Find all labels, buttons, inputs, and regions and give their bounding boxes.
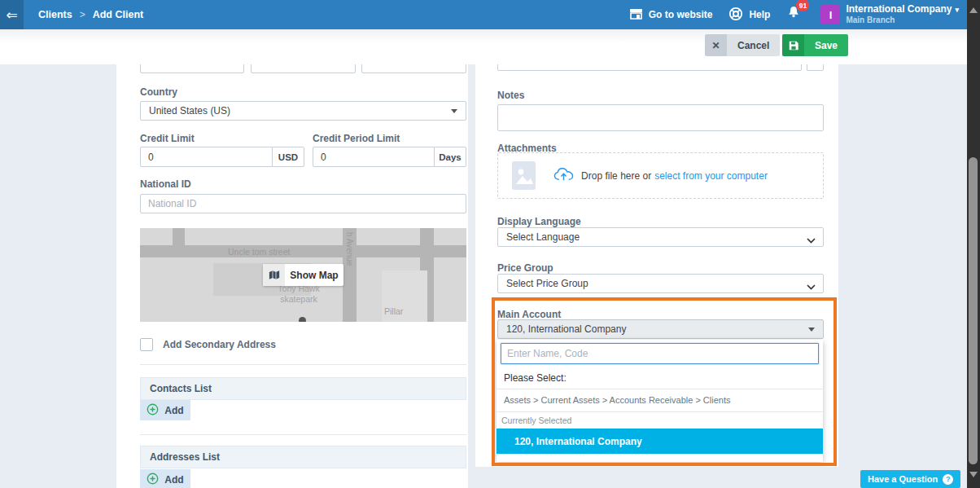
form-left-column: Country United States (US) Credit Limit … [116, 64, 468, 488]
add-client-page: ⇐ Clients > Add Client Go to website Hel… [0, 0, 980, 488]
save-button[interactable]: Save [782, 34, 848, 56]
display-language-select[interactable]: Select Language [497, 227, 824, 247]
dropdown-arrow-icon [808, 328, 815, 332]
map-street-label: Uncle tom street [228, 247, 290, 257]
map-avenue-label: h Avenue [345, 232, 354, 266]
partial-select-addon[interactable] [807, 64, 824, 71]
notes-textarea[interactable] [497, 104, 824, 131]
credit-limit-label: Credit Limit [140, 133, 195, 144]
breadcrumb-add-client: Add Client [93, 9, 144, 20]
show-map-label: Show Map [285, 264, 343, 286]
partial-input-3[interactable] [361, 64, 466, 73]
company-name: International Company▾ [846, 3, 959, 15]
country-label: Country [140, 86, 177, 98]
map-pillar-label: Pillar [384, 306, 403, 316]
option-selected-account[interactable]: 120, International Company [497, 429, 823, 454]
contacts-add-button[interactable]: Add [140, 400, 190, 420]
chevron-down-icon [807, 281, 816, 292]
divider [140, 434, 466, 435]
credit-limit-input[interactable] [140, 147, 273, 167]
breadcrumb-clients[interactable]: Clients [38, 9, 72, 20]
plus-circle-icon [147, 403, 159, 418]
scrollbar-track[interactable] [967, 0, 980, 488]
have-a-question-button[interactable]: Have a Question ? [860, 470, 960, 488]
go-to-website-label: Go to website [649, 9, 713, 20]
company-switcher: International Company▾ Main Branch [846, 3, 959, 26]
price-group-value: Select Price Group [506, 278, 588, 289]
option-please-select[interactable]: Please Select: [497, 367, 823, 389]
price-group-label: Price Group [497, 262, 553, 274]
partial-input-1[interactable] [140, 64, 244, 73]
go-to-website-button[interactable]: Go to website [629, 8, 713, 22]
main-account-value: 120, International Company [506, 323, 626, 335]
avatar: I [820, 5, 840, 24]
cancel-button[interactable]: ✕ Cancel [705, 34, 780, 56]
country-select[interactable]: United States (US) [140, 101, 466, 121]
partial-input-2[interactable] [251, 64, 356, 73]
plus-circle-icon [147, 473, 159, 487]
cloud-upload-icon [553, 167, 574, 185]
national-id-input[interactable] [140, 194, 466, 213]
notifications-button[interactable]: 91 [786, 5, 801, 24]
secondary-address-checkbox[interactable] [140, 338, 153, 351]
account-search-input[interactable] [501, 343, 819, 364]
have-a-question-label: Have a Question [868, 474, 938, 484]
show-map-button[interactable]: Show Map [263, 264, 343, 286]
notes-label: Notes [497, 90, 524, 101]
dropdown-arrow-icon [451, 109, 457, 113]
credit-period-label: Credit Period Limit [313, 133, 400, 144]
breadcrumb-separator-icon: > [80, 9, 85, 20]
scrollbar-thumb[interactable] [969, 157, 978, 464]
contacts-add-label: Add [164, 405, 183, 416]
national-id-label: National ID [140, 178, 191, 190]
form-action-bar: ✕ Cancel Save [0, 29, 980, 64]
main-account-label: Main Account [497, 309, 561, 320]
addresses-add-button[interactable]: Add [140, 469, 190, 488]
help-label: Help [749, 9, 770, 20]
map-road-left-stub [173, 228, 185, 257]
map-marker-dot [299, 317, 306, 322]
select-from-computer-link[interactable]: select from your computer [654, 170, 768, 182]
save-icon [782, 34, 804, 56]
addresses-add-label: Add [164, 474, 183, 486]
partial-select[interactable] [497, 64, 802, 71]
notification-badge: 91 [796, 0, 809, 11]
map-park-label: Tony Hawk skatepark [266, 284, 331, 305]
main-account-select[interactable]: 120, International Company [497, 319, 824, 339]
addresses-list-header: Addresses List [140, 446, 466, 468]
map-icon [263, 264, 285, 286]
map-preview[interactable]: Uncle tom street h Avenue Tony Hawk skat… [140, 228, 466, 322]
question-circle-icon: ? [943, 474, 953, 485]
scrollbar-up-arrow[interactable] [969, 7, 978, 13]
caret-down-icon: ▾ [955, 6, 959, 14]
chevron-down-icon [807, 235, 816, 246]
breadcrumb: Clients > Add Client [38, 9, 143, 20]
bell-icon [786, 10, 801, 24]
credit-period-input[interactable] [313, 147, 435, 167]
account-menu[interactable]: I International Company▾ Main Branch [820, 3, 959, 26]
main-account-dropdown: Please Select: Assets > Current Assets >… [497, 340, 823, 462]
divider [140, 364, 466, 365]
option-account-path[interactable]: Assets > Current Assets > Accounts Recei… [497, 389, 823, 411]
display-language-value: Select Language [506, 231, 580, 243]
attachments-dropzone[interactable]: Drop file here or select from your compu… [497, 152, 824, 199]
back-button[interactable]: ⇐ [0, 0, 24, 29]
drop-file-text: Drop file here or [581, 170, 651, 182]
branch-name: Main Branch [846, 15, 959, 26]
form-right-column: Notes Attachments Drop file here or sele… [475, 64, 838, 467]
credit-period-unit: Days [434, 147, 466, 167]
country-value: United States (US) [149, 105, 230, 117]
dropzone-content: Drop file here or select from your compu… [498, 153, 823, 198]
currently-selected-group-label: Currently Selected [497, 412, 823, 429]
help-button[interactable]: Help [728, 7, 770, 24]
price-group-select[interactable]: Select Price Group [497, 274, 824, 293]
display-language-label: Display Language [497, 216, 581, 227]
storefront-icon [629, 8, 643, 22]
life-ring-icon [728, 7, 743, 24]
top-navbar: ⇐ Clients > Add Client Go to website Hel… [0, 0, 980, 29]
contacts-list-header: Contacts List [140, 377, 466, 400]
save-label: Save [804, 34, 848, 56]
scrollbar-down-arrow[interactable] [969, 472, 978, 477]
close-icon: ✕ [705, 34, 727, 56]
secondary-address-label: Add Secondary Address [163, 339, 276, 350]
